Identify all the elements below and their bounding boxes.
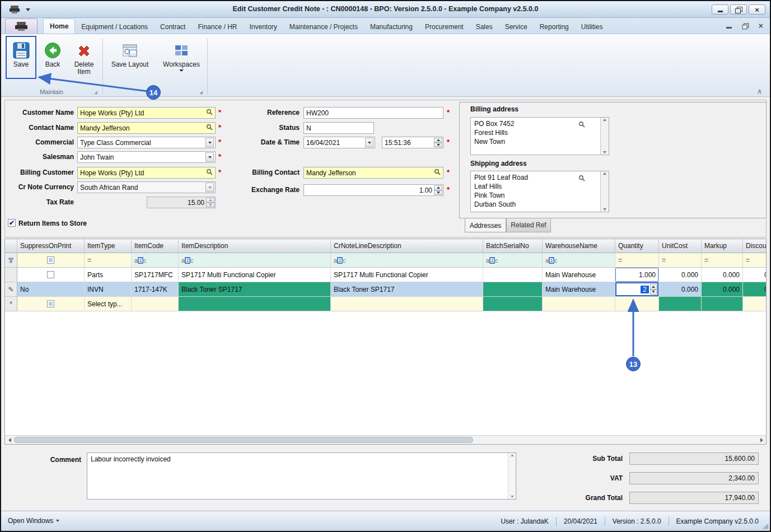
cell-suppressonprint[interactable] xyxy=(17,297,85,311)
grid-header-itemtype[interactable]: ItemType xyxy=(85,239,132,253)
grid-header-unitcost[interactable]: UnitCost xyxy=(659,239,702,253)
filter-suppressonprint[interactable] xyxy=(17,253,85,268)
scroll-down-icon[interactable] xyxy=(511,496,514,498)
customer-name-field[interactable]: Hope Works (Pty) Ltd xyxy=(77,107,216,119)
search-icon[interactable] xyxy=(206,169,213,177)
filter-markup[interactable]: = xyxy=(702,253,743,268)
comment-field[interactable]: Labour incorrectly invoiced xyxy=(87,452,516,500)
grid-header-discount[interactable]: Discount xyxy=(743,239,767,253)
cell-batchserialno[interactable] xyxy=(483,268,543,282)
scroll-right-icon[interactable] xyxy=(757,436,766,444)
back-button[interactable]: Back xyxy=(39,38,66,68)
scroll-down-icon[interactable] xyxy=(603,151,606,153)
scroll-down-icon[interactable] xyxy=(603,208,606,211)
grid-header-quantity[interactable]: Quantity xyxy=(615,239,659,253)
tab-home[interactable]: Home xyxy=(43,18,75,34)
cell-suppressonprint[interactable]: No xyxy=(17,282,85,297)
cell-unitcost[interactable] xyxy=(659,297,702,311)
tab-equipment-locations[interactable]: Equipment / Locations xyxy=(75,20,154,34)
cell-itemtype[interactable]: Parts xyxy=(85,268,132,282)
search-icon[interactable] xyxy=(578,120,585,130)
filter-batchserialno[interactable]: aBc xyxy=(483,253,543,268)
contact-name-field[interactable]: Mandy Jefferson xyxy=(77,122,216,134)
cell-batchserialno[interactable] xyxy=(483,297,543,311)
tab-addresses[interactable]: Addresses xyxy=(465,218,506,232)
filter-unitcost[interactable]: = xyxy=(659,253,702,268)
application-menu-button[interactable] xyxy=(5,18,38,34)
grid-header-itemcode[interactable]: ItemCode xyxy=(132,239,179,253)
cell-markup[interactable]: 0.000 xyxy=(702,282,743,297)
tab-finance-hr[interactable]: Finance / HR xyxy=(191,20,243,34)
search-icon[interactable] xyxy=(434,169,441,177)
filter-warehousename[interactable]: aBc xyxy=(543,253,615,268)
tab-manufacturing[interactable]: Manufacturing xyxy=(364,20,419,34)
salesman-dropdown[interactable]: John Twain xyxy=(77,151,216,163)
mdi-restore-icon[interactable] xyxy=(742,23,748,29)
cell-crnotelinedescription[interactable]: SP1717 Multi Functional Copier xyxy=(331,268,483,282)
cell-unitcost[interactable]: 0.000 xyxy=(659,268,702,282)
tab-reporting[interactable]: Reporting xyxy=(534,20,575,34)
tab-procurement[interactable]: Procurement xyxy=(419,20,470,34)
shipping-address-scrollbar[interactable] xyxy=(600,171,609,212)
checkbox-indeterminate-icon[interactable] xyxy=(47,300,54,307)
cell-markup[interactable] xyxy=(702,297,743,311)
minimize-button[interactable] xyxy=(712,4,728,15)
group-dialog-launcher-icon[interactable] xyxy=(199,91,203,94)
group-dialog-launcher-icon[interactable] xyxy=(94,91,97,94)
dropdown-caret-icon[interactable] xyxy=(205,138,214,147)
dropdown-caret-icon[interactable] xyxy=(365,138,373,147)
checkbox-unchecked-icon[interactable] xyxy=(47,271,54,278)
date-field[interactable]: 16/04/2021 xyxy=(303,137,375,148)
scrollbar-thumb[interactable] xyxy=(14,437,473,443)
cell-itemdescription[interactable]: Black Toner SP1717 xyxy=(179,282,331,297)
workspaces-button[interactable]: Workspaces xyxy=(158,38,205,72)
cell-warehousename[interactable]: Main Warehouse xyxy=(543,268,615,282)
scroll-up-icon[interactable] xyxy=(511,454,514,456)
resize-grip-icon[interactable]: ◢ xyxy=(763,521,768,530)
cell-discount[interactable]: 0.000 xyxy=(743,282,767,297)
open-windows-button[interactable]: Open Windows xyxy=(8,517,59,525)
tab-related-ref[interactable]: Related Ref xyxy=(506,218,551,232)
quantity-value-selected[interactable]: 2 xyxy=(641,286,649,293)
grid-new-row[interactable]: * Select typ... xyxy=(5,297,767,311)
quantity-spin-editor[interactable]: 2 xyxy=(615,282,658,296)
commercial-dropdown[interactable]: Type Class Commercial xyxy=(77,137,216,148)
cell-batchserialno[interactable] xyxy=(483,282,543,297)
cell-quantity[interactable]: 1.000 xyxy=(615,268,659,282)
close-button[interactable]: × xyxy=(749,4,765,15)
return-items-checkbox[interactable]: ✔ xyxy=(8,219,16,227)
cell-discount[interactable]: 0.000 xyxy=(743,268,767,282)
grid-header-batchserialno[interactable]: BatchSerialNo xyxy=(483,239,543,253)
cell-quantity-editor[interactable]: 2 xyxy=(615,282,659,297)
delete-item-button[interactable]: Delete Item xyxy=(68,38,100,76)
billing-address-scrollbar[interactable] xyxy=(600,118,609,155)
reference-field[interactable]: HW200 xyxy=(303,107,443,119)
grid-row-1[interactable]: Parts SP1717MFC SP1717 Multi Functional … xyxy=(5,268,767,282)
cell-suppressonprint[interactable] xyxy=(17,268,85,282)
grid-header-crnotelinedescription[interactable]: CrNoteLineDescription xyxy=(331,239,483,253)
maximize-button[interactable] xyxy=(730,4,747,15)
cell-warehousename[interactable]: Main Warehouse xyxy=(543,282,615,297)
status-field[interactable]: N xyxy=(303,122,374,134)
cell-unitcost[interactable]: 0.000 xyxy=(659,282,702,297)
grid-header-itemdescription[interactable]: ItemDescription xyxy=(179,239,331,253)
tab-sales[interactable]: Sales xyxy=(470,20,499,34)
spinner-icon[interactable] xyxy=(434,138,442,147)
search-icon[interactable] xyxy=(578,174,585,184)
spinner-icon[interactable] xyxy=(650,284,657,295)
tab-service[interactable]: Service xyxy=(499,20,534,34)
grid-header-suppressonprint[interactable]: SuppressOnPrint xyxy=(17,239,85,253)
save-layout-button[interactable]: Save Layout xyxy=(106,38,153,68)
scroll-up-icon[interactable] xyxy=(603,119,606,121)
cell-markup[interactable]: 0.000 xyxy=(702,268,743,282)
spinner-icon[interactable] xyxy=(434,185,442,195)
exchange-rate-field[interactable]: 1.00 xyxy=(303,184,443,196)
quick-access-caret-icon[interactable] xyxy=(26,8,30,11)
tab-maintenance-projects[interactable]: Maintenance / Projects xyxy=(283,20,364,34)
shipping-address-box[interactable]: Plot 91 Leaf Road Leaf Hills Pink Town D… xyxy=(470,171,609,212)
cell-itemcode[interactable]: 1717-147K xyxy=(132,282,179,297)
filter-itemcode[interactable]: aBc xyxy=(132,253,179,268)
cell-warehousename[interactable] xyxy=(543,297,615,311)
cell-itemtype[interactable]: Select typ... xyxy=(85,297,132,311)
filter-discount[interactable]: = xyxy=(743,253,767,268)
